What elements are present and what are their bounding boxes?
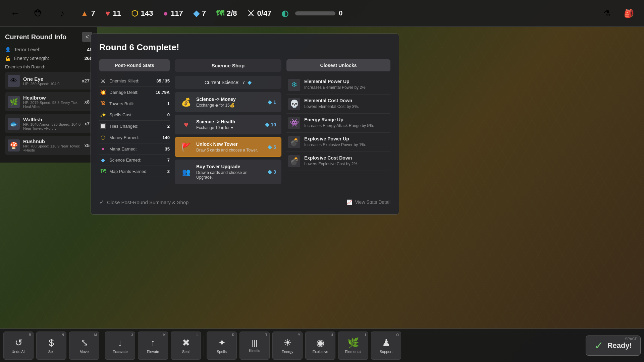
energy-label: Energy [282,350,293,354]
energy-range-up-info: Energy Range Up Increases Energy Attack … [304,117,389,128]
healbrow-stats: HP: 2079 Speed: 98.8 Every Tick: Heal Al… [23,101,81,109]
left-panel: Current Round Info < 👤 Terror Level: 45 … [0,27,97,163]
damage-label: Damage Dealt: [109,90,153,95]
buy-upgrade-title: Buy Tower Upgrade [196,164,264,169]
spells-label: Spells [217,350,227,354]
money-earned-value: 140 [162,135,170,140]
bottom-bar: B ↺ Undo All N $ Sell M ⤡ Move J ↓ Excav… [0,328,644,362]
unlocks-column: Closest Unlocks ❄ Elemental Power Up Inc… [286,59,390,187]
enemy-strength-row: 💪 Enemy Strength: 260 [5,56,92,61]
science-money-title: Science -> Money [196,97,264,102]
music-icon[interactable]: ♪ [54,5,70,22]
one-eye-info: One Eye HP: 260 Speed: 104.0 [23,76,78,86]
support-button[interactable]: O ♟ Support [371,331,401,360]
seal-button[interactable]: L ✖ Seal [171,331,201,360]
sell-icon: $ [49,338,54,348]
elevate-button[interactable]: K ↑ Elevate [138,331,168,360]
one-eye-count: x27 [82,78,90,83]
elemental-icon: 🌿 [347,337,359,348]
shop-item-science-health[interactable]: ♥ Science -> Health Exchange 10 ◆ for ♥ … [175,115,281,134]
sell-button[interactable]: N $ Sell [36,331,66,360]
stat-row-science: ◆ Science Earned: 7 [99,155,170,166]
stat-row-enemies-killed: ⚔ Enemies Killed: 35 / 35 [99,75,170,87]
chart-icon: 📈 [346,199,352,205]
science-shop-header: Science Shop [175,59,281,72]
damage-value: 16.79K [156,90,170,95]
one-eye-stats: HP: 260 Speed: 104.0 [23,82,78,86]
ready-label: Ready! [607,341,632,350]
stat-row-towers: 🏗 Towers Built: 1 [99,98,170,109]
helmet-icon[interactable]: ⛑ [30,5,47,22]
excavate-button[interactable]: J ↓ Excavate [105,331,135,360]
unlock-item-elemental-power-up: ❄ Elemental Power Up Increases Elemental… [286,75,390,95]
hearts-value: 11 [113,9,121,18]
science-value: 7 [202,9,206,18]
strength-label: Enemy Strength: [14,56,49,61]
mana-icon: ● [163,9,168,18]
rushnub-stats: HP: 780 Speed: 116.9 Near Tower: +Haste [23,144,81,152]
kinetic-button[interactable]: T ||| Kinetic [239,331,270,360]
elemental-power-up-info: Elemental Power Up Increases Elemental P… [304,79,389,90]
elemental-button[interactable]: I 🌿 Elemental [338,331,368,360]
back-button[interactable]: ← [7,5,23,22]
tiles-icon: 🔲 [99,123,107,129]
progress-bar [295,11,335,15]
progress-value: 0 [339,9,342,17]
progress-container: 0 [295,9,342,17]
modal-title: Round 6 Complete! [99,42,390,53]
shop-item-buy-upgrade[interactable]: 👥 Buy Tower Upgrade Draw 5 cards and cho… [175,160,281,184]
stat-row-mana: ● Mana Earned: 35 [99,143,170,155]
seal-key: L [197,333,199,337]
map-points-label: Map Points Earned: [109,169,165,174]
move-key: M [94,333,97,337]
enemies-killed-icon: ⚔ [99,78,107,84]
panel-header: Current Round Info < [5,32,92,42]
money-icon: ⬡ [131,9,138,18]
bag-button[interactable]: 🎒 [621,5,637,22]
elemental-key: I [365,333,366,337]
close-label: Close Post-Round Summary & Shop [107,199,189,205]
view-stats-button[interactable]: 📈 View Stats Detail [346,199,390,205]
science-money-desc: Exchange ◆ for 15💰 [196,103,264,108]
stat-row-tiles: 🔲 Tiles Changed: 2 [99,121,170,132]
enemy-row-rushnub: 🍄 Rushnub HP: 780 Speed: 116.9 Near Towe… [5,136,92,155]
towers-value: 1 [167,101,170,106]
explosive-power-up-info: Explosive Power Up Increases Explosive P… [304,136,389,147]
view-stats-label: View Stats Detail [355,199,390,205]
explosive-power-up-icon: 💣 [288,136,300,148]
shop-item-science-money[interactable]: 💰 Science -> Money Exchange ◆ for 15💰 ◆ … [175,92,281,112]
cost-value-2: 10 [271,122,276,127]
undo-all-button[interactable]: B ↺ Undo All [3,331,34,360]
divider-2 [204,336,204,356]
shop-item-unlock-tower[interactable]: 🚩 Unlock New Tower Draw 5 cards and choo… [175,137,281,157]
explosive-cost-down-desc: Lowers Explosive Cost by 2%. [304,162,389,166]
science-health-desc: Exchange 10 ◆ for ♥ [196,125,261,130]
energy-button[interactable]: Y ☀ Energy [272,331,303,360]
excavate-label: Excavate [112,350,127,354]
one-eye-name: One Eye [23,76,78,82]
triangles-icon: ▲ [80,9,89,18]
explosive-power-up-title: Explosive Power Up [304,136,389,141]
money-value: 143 [141,9,153,18]
map-points-icon: 🗺 [99,168,107,174]
flask-button[interactable]: ⚗ [599,5,615,22]
triangles-value: 7 [91,9,95,18]
stat-row-spells: ✨ Spells Cast: 0 [99,109,170,121]
strength-icon: 💪 [5,56,11,61]
tiles-label: Tiles Changed: [109,124,165,129]
spells-button[interactable]: R ✦ Spells [207,331,237,360]
unlock-tower-desc: Draw 5 cards and choose a Tower. [196,148,264,153]
explosive-button[interactable]: U ◉ Explosive [305,331,335,360]
close-shop-button[interactable]: ✓ Close Post-Round Summary & Shop [99,198,189,206]
healbrow-name: Healbrow [23,95,81,101]
enemy-row-wallfish: 🐟 Wallfish HP: 1040 Armor: 520 Speed: 10… [5,114,92,133]
excavate-icon: ↓ [118,338,122,348]
post-round-header: Post-Round Stats [99,59,170,71]
stat-row-money: ⬡ Money Earned: 140 [99,132,170,143]
ready-space-key: SPACE [625,337,637,341]
spells-key: R [232,333,234,337]
move-button[interactable]: M ⤡ Move [69,331,99,360]
elevate-key: K [163,333,166,337]
undo-all-icon: ↺ [15,337,22,348]
modal-footer: ✓ Close Post-Round Summary & Shop 📈 View… [99,193,390,206]
